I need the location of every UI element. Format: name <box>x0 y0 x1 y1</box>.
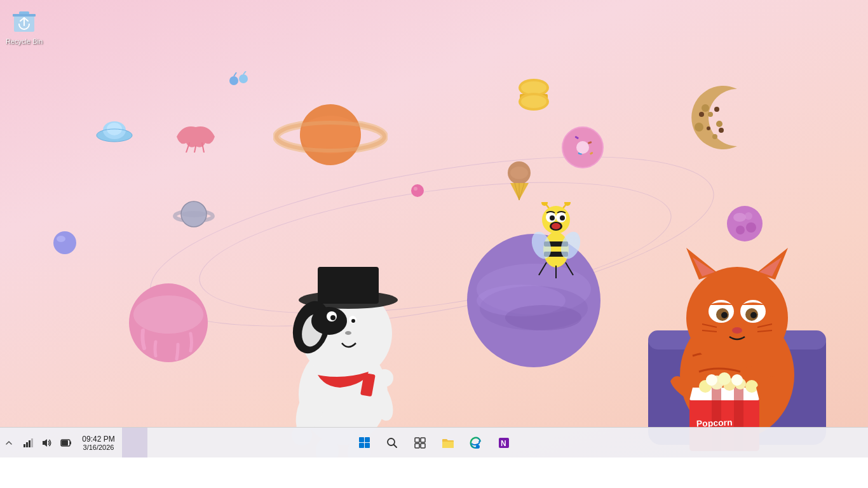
macaroon-yellow <box>515 76 553 114</box>
svg-point-69 <box>376 369 393 387</box>
svg-point-54 <box>133 295 203 334</box>
svg-rect-151 <box>29 440 31 447</box>
system-tray: 09:42 PM 3/16/2026 <box>0 428 147 458</box>
recycle-bin-label: Recycle Bin <box>1 37 47 46</box>
svg-rect-137 <box>365 437 370 442</box>
clock-date: 3/16/2026 <box>83 444 114 451</box>
svg-point-134 <box>718 372 731 385</box>
svg-line-8 <box>194 146 196 152</box>
svg-rect-142 <box>415 438 419 442</box>
folder-icon <box>442 437 454 449</box>
svg-line-103 <box>566 262 573 275</box>
svg-rect-152 <box>31 438 33 447</box>
clock-area[interactable]: 09:42 PM 3/16/2026 <box>76 428 121 458</box>
recycle-bin-svg <box>9 5 39 36</box>
search-button[interactable] <box>379 430 405 456</box>
svg-point-59 <box>745 212 752 220</box>
recycle-bin-icon[interactable]: Recycle Bin <box>1 5 47 46</box>
pink-jelly-object <box>170 121 221 155</box>
svg-rect-144 <box>415 444 419 448</box>
edge-icon <box>470 437 482 449</box>
svg-point-133 <box>706 374 717 386</box>
svg-point-15 <box>239 74 248 83</box>
pink-candy-ball-center <box>410 183 426 201</box>
svg-text:N: N <box>501 439 506 448</box>
svg-point-52 <box>57 236 65 242</box>
pink-donut-planet <box>118 273 219 368</box>
svg-point-146 <box>476 445 480 449</box>
blue-small-ball <box>51 229 79 260</box>
svg-rect-149 <box>24 444 25 447</box>
task-view-button[interactable] <box>407 430 433 456</box>
svg-point-30 <box>702 104 709 112</box>
taskbar: N <box>0 427 868 458</box>
battery-icon-button[interactable] <box>57 430 75 456</box>
svg-line-141 <box>394 444 397 447</box>
candy-small-top <box>227 71 250 93</box>
svg-point-14 <box>229 76 238 85</box>
svg-point-92 <box>550 215 555 220</box>
svg-rect-155 <box>62 440 68 445</box>
svg-point-46 <box>414 187 417 191</box>
network-icon-button[interactable] <box>19 430 37 456</box>
snoopy-character <box>254 210 432 458</box>
svg-marker-153 <box>43 439 47 447</box>
svg-point-93 <box>560 215 565 220</box>
svg-rect-139 <box>365 443 370 448</box>
cookie-moon <box>674 83 756 155</box>
svg-rect-150 <box>26 442 28 447</box>
svg-point-95 <box>552 223 560 229</box>
svg-point-38 <box>719 128 724 133</box>
svg-line-16 <box>234 72 236 76</box>
clock-time: 09:42 PM <box>82 435 114 444</box>
svg-rect-2 <box>13 14 36 17</box>
svg-point-117 <box>750 312 757 318</box>
svg-rect-156 <box>70 441 71 444</box>
svg-point-45 <box>411 184 424 197</box>
svg-point-32 <box>695 123 703 132</box>
svg-point-135 <box>731 374 743 386</box>
blue-ufo-object <box>92 111 137 149</box>
edge-button[interactable] <box>463 430 489 456</box>
orange-saturn-planet <box>273 89 388 174</box>
show-hidden-icons-button[interactable] <box>0 430 18 456</box>
svg-point-51 <box>53 231 76 254</box>
speaker-icon <box>42 438 52 448</box>
notification-button[interactable] <box>122 428 147 458</box>
svg-rect-136 <box>359 437 364 442</box>
bee-character <box>527 202 585 287</box>
svg-rect-74 <box>318 267 379 304</box>
onenote-button[interactable]: N <box>491 430 517 456</box>
svg-point-81 <box>351 319 355 323</box>
svg-point-77 <box>311 307 347 335</box>
svg-point-37 <box>707 126 710 130</box>
onenote-icon: N <box>498 437 510 449</box>
garfield-character: Popcorn <box>635 229 839 458</box>
search-icon <box>386 437 398 449</box>
svg-point-36 <box>714 107 719 112</box>
svg-point-34 <box>708 112 713 117</box>
svg-point-80 <box>330 315 336 320</box>
svg-rect-143 <box>421 438 425 442</box>
taskbar-center-icons: N <box>351 430 517 456</box>
ice-cream-cone <box>505 159 534 203</box>
svg-point-22 <box>521 95 546 108</box>
svg-point-132 <box>745 380 758 393</box>
svg-rect-138 <box>359 443 364 448</box>
svg-point-107 <box>686 267 788 369</box>
svg-point-29 <box>576 141 589 154</box>
svg-point-31 <box>716 121 722 127</box>
svg-point-40 <box>510 166 528 179</box>
svg-point-64 <box>505 305 581 330</box>
battery-icon <box>60 438 72 447</box>
volume-icon-button[interactable] <box>38 430 56 456</box>
svg-point-33 <box>712 134 717 139</box>
desktop: Recycle Bin <box>0 0 868 458</box>
svg-point-19 <box>521 81 546 94</box>
network-icon <box>23 438 33 448</box>
file-explorer-button[interactable] <box>435 430 461 456</box>
svg-point-56 <box>733 213 746 222</box>
start-button[interactable] <box>351 430 377 456</box>
svg-line-101 <box>539 262 546 275</box>
svg-point-116 <box>721 312 728 318</box>
